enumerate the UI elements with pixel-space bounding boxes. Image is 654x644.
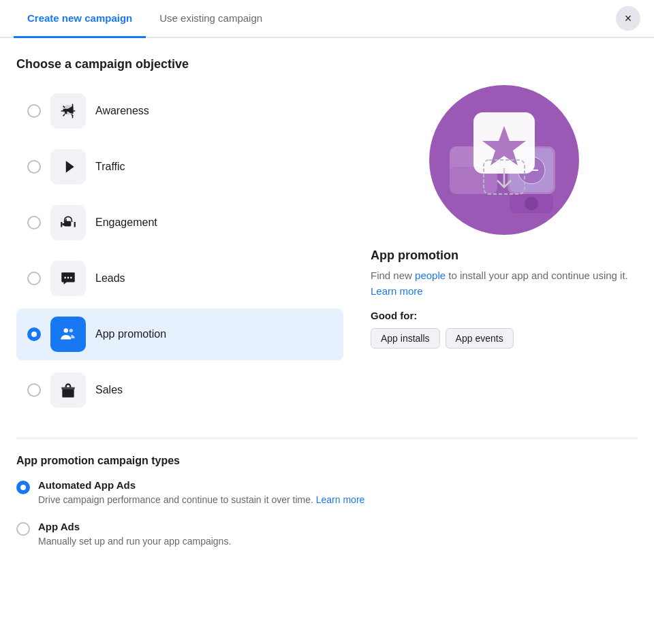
tag-app-installs: App installs [371, 328, 440, 349]
desc-after: to install your app and continue using i… [446, 270, 628, 281]
preview-title: App promotion [371, 248, 638, 263]
desc-people-link[interactable]: people [415, 270, 446, 281]
svg-point-16 [525, 197, 538, 210]
objective-item-awareness[interactable]: Awareness [16, 85, 343, 137]
svg-point-2 [67, 277, 69, 279]
svg-point-4 [64, 328, 69, 333]
app-promotion-label: App promotion [95, 328, 166, 340]
modal-container: Create new campaign Use existing campaig… [0, 0, 654, 644]
app-ads-info: App Ads Manually set up and run your app… [38, 521, 231, 549]
campaign-types-title: App promotion campaign types [16, 455, 638, 467]
radio-traffic[interactable] [27, 160, 41, 174]
awareness-icon-box [50, 93, 86, 129]
leads-icon-box [50, 261, 86, 296]
radio-sales[interactable] [27, 383, 41, 397]
app-ads-name: App Ads [38, 521, 231, 532]
svg-point-3 [70, 277, 72, 279]
svg-marker-0 [66, 161, 74, 172]
tags-container: App installs App events [371, 328, 638, 349]
preview-col: App promotion Find new people to install… [371, 85, 638, 416]
tab-create-new-campaign[interactable]: Create new campaign [14, 0, 146, 38]
tag-app-events: App events [446, 328, 514, 349]
objective-item-app-promotion[interactable]: App promotion [16, 308, 343, 360]
svg-point-5 [69, 329, 73, 332]
good-for-label: Good for: [371, 310, 638, 321]
automated-learn-more-link[interactable]: Learn more [316, 494, 365, 505]
preview-description: Find new people to install your app and … [371, 268, 638, 299]
modal-content: Choose a campaign objective [0, 38, 654, 581]
radio-awareness[interactable] [27, 104, 41, 118]
main-layout: Awareness Traffic [16, 85, 638, 416]
campaign-types-section: App promotion campaign types Automated A… [16, 438, 638, 548]
tab-use-existing-campaign[interactable]: Use existing campaign [146, 0, 276, 38]
automated-app-ads-desc: Drive campaign performance and continue … [38, 494, 364, 507]
radio-engagement[interactable] [27, 216, 41, 229]
awareness-label: Awareness [95, 105, 149, 117]
traffic-icon-box [50, 149, 86, 184]
radio-app-ads[interactable] [16, 522, 30, 536]
objective-item-leads[interactable]: Leads [16, 253, 343, 304]
objective-item-traffic[interactable]: Traffic [16, 141, 343, 193]
section-title: Choose a campaign objective [16, 57, 638, 71]
radio-leads[interactable] [27, 272, 41, 285]
radio-app-promotion[interactable] [27, 327, 41, 341]
desc-before: Find new [371, 270, 415, 281]
close-button[interactable]: × [616, 6, 640, 31]
campaign-type-app-ads[interactable]: App Ads Manually set up and run your app… [16, 521, 638, 549]
sales-label: Sales [95, 384, 123, 396]
campaign-type-automated[interactable]: Automated App Ads Drive campaign perform… [16, 479, 638, 507]
leads-label: Leads [95, 272, 125, 285]
tab-bar: Create new campaign Use existing campaig… [0, 0, 654, 38]
svg-rect-7 [61, 387, 75, 389]
app-ads-desc: Manually set up and run your app campaig… [38, 535, 231, 549]
app-promotion-icon-box [50, 317, 86, 352]
radio-automated-app-ads[interactable] [16, 481, 30, 494]
objective-item-engagement[interactable]: Engagement [16, 197, 343, 248]
app-promotion-illustration [429, 85, 579, 235]
objective-item-sales[interactable]: Sales [16, 364, 343, 416]
automated-app-ads-info: Automated App Ads Drive campaign perform… [38, 479, 364, 507]
objective-list: Awareness Traffic [16, 85, 343, 416]
sales-icon-box [50, 372, 86, 408]
automated-app-ads-name: Automated App Ads [38, 479, 364, 491]
learn-more-link[interactable]: Learn more [371, 285, 423, 297]
engagement-label: Engagement [95, 216, 157, 229]
svg-point-1 [64, 277, 66, 279]
objective-list-col: Awareness Traffic [16, 85, 343, 416]
engagement-icon-box [50, 205, 86, 240]
traffic-label: Traffic [95, 161, 125, 173]
